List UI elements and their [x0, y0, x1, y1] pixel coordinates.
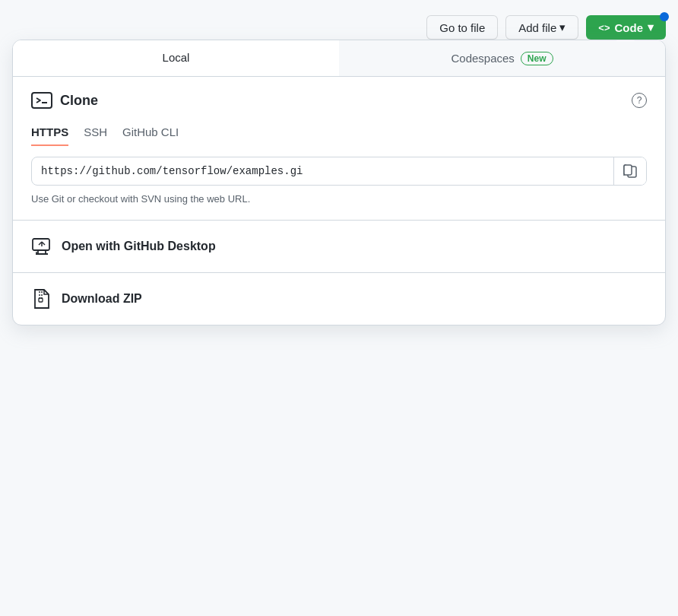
- terminal-icon: [31, 92, 52, 109]
- add-file-caret-icon: ▾: [559, 21, 566, 34]
- caret-up-icon: [616, 40, 635, 41]
- protocol-tab-cli[interactable]: GitHub CLI: [122, 119, 179, 146]
- code-dropdown-popup: Local Codespaces New Clone ?: [12, 40, 666, 325]
- download-zip-row[interactable]: Download ZIP: [13, 273, 665, 325]
- url-row: https://github.com/tensorflow/examples.g…: [31, 157, 647, 186]
- url-hint: Use Git or checkout with SVN using the w…: [31, 193, 647, 205]
- svg-rect-3: [33, 239, 49, 250]
- code-icon: <>: [598, 22, 610, 33]
- tab-codespaces-label: Codespaces: [451, 52, 514, 65]
- top-bar: Go to file Add file ▾ <> Code ▾: [12, 15, 666, 40]
- tab-local[interactable]: Local: [13, 40, 339, 76]
- add-file-button[interactable]: Add file ▾: [505, 15, 578, 40]
- notification-dot: [660, 12, 669, 21]
- code-button[interactable]: <> Code ▾: [586, 15, 666, 40]
- clone-heading: Clone: [60, 93, 98, 109]
- clone-url[interactable]: https://github.com/tensorflow/examples.g…: [32, 157, 613, 185]
- clone-title: Clone: [31, 92, 98, 109]
- protocol-tab-https[interactable]: HTTPS: [31, 119, 68, 146]
- help-char: ?: [637, 95, 642, 106]
- tab-local-label: Local: [163, 51, 190, 64]
- copy-url-button[interactable]: [613, 157, 646, 185]
- open-desktop-label: Open with GitHub Desktop: [62, 240, 216, 253]
- tab-row: Local Codespaces New: [13, 40, 665, 77]
- code-label: Code: [615, 21, 644, 34]
- help-icon[interactable]: ?: [632, 93, 647, 108]
- go-to-file-button[interactable]: Go to file: [426, 15, 498, 40]
- zip-icon: [31, 288, 52, 310]
- protocol-tab-ssh[interactable]: SSH: [84, 119, 107, 146]
- open-desktop-row[interactable]: Open with GitHub Desktop: [13, 221, 665, 272]
- code-caret-icon: ▾: [648, 21, 654, 34]
- clone-header: Clone ?: [31, 92, 647, 109]
- clone-section: Clone ? HTTPS SSH GitHub CLI https://git…: [13, 77, 665, 220]
- svg-rect-2: [624, 165, 632, 175]
- new-badge: New: [521, 52, 553, 65]
- download-zip-label: Download ZIP: [62, 292, 142, 306]
- tab-codespaces[interactable]: Codespaces New: [339, 40, 665, 76]
- desktop-icon: [31, 236, 52, 257]
- copy-icon: [623, 164, 637, 179]
- add-file-label: Add file: [518, 21, 556, 34]
- protocol-tabs: HTTPS SSH GitHub CLI: [31, 119, 647, 146]
